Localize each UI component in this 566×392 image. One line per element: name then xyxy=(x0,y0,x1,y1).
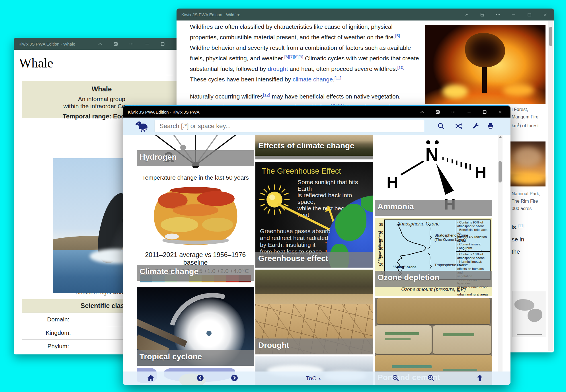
popout-button[interactable] xyxy=(430,106,446,118)
toc-button[interactable]: ToC ▲ xyxy=(306,375,321,382)
text-fragment: se in xyxy=(512,236,524,243)
tile-label-strip xyxy=(255,156,373,159)
zoom-out-button[interactable] xyxy=(392,374,399,383)
tile-label: Ozone depletion xyxy=(375,271,492,287)
more-button[interactable] xyxy=(490,9,506,20)
popout-button[interactable] xyxy=(475,9,490,20)
bottom-bar: ToC ▲ xyxy=(123,372,510,385)
scrollbar-thumb[interactable] xyxy=(499,161,502,182)
scroll-top-button[interactable] xyxy=(476,374,484,383)
reference-link[interactable]: [6][7][8][9] xyxy=(284,54,303,59)
ellipsis-icon xyxy=(451,110,456,114)
scroll-up-arrow[interactable] xyxy=(499,136,502,138)
search-button[interactable] xyxy=(437,122,445,131)
tile-ozone[interactable]: Atmospheric Ozone Stratospheric Ozone (T… xyxy=(375,218,492,296)
ellipsis-icon xyxy=(129,42,134,46)
close-button[interactable] xyxy=(493,106,508,118)
smoke-blob xyxy=(513,147,542,167)
home-button[interactable] xyxy=(147,374,155,383)
reference-link[interactable]: [10] xyxy=(397,65,404,70)
home-icon xyxy=(147,374,155,382)
popout-button[interactable] xyxy=(108,38,124,50)
random-article-button[interactable] xyxy=(455,122,462,131)
close-button[interactable] xyxy=(537,9,553,20)
cement-bag xyxy=(377,298,490,324)
back-arrow-icon xyxy=(196,374,204,382)
maximize-button[interactable] xyxy=(477,106,493,118)
reference-link[interactable]: [12] xyxy=(263,93,270,97)
minimize-icon xyxy=(145,42,149,46)
window-title: Kiwix JS PWA Edition - Whale xyxy=(19,42,75,46)
settings-button[interactable] xyxy=(472,122,480,131)
close-button[interactable] xyxy=(171,38,177,50)
tile-label: Tropical cyclone xyxy=(137,350,254,366)
y-tick: 25 xyxy=(377,238,383,243)
forward-arrow-icon xyxy=(231,374,238,382)
tile-tropical-cyclone[interactable]: Tropical cyclone xyxy=(137,287,254,366)
forward-button[interactable] xyxy=(231,374,238,383)
back-button[interactable] xyxy=(196,374,204,383)
chevron-up-icon xyxy=(464,12,469,17)
titlebar[interactable]: Kiwix JS PWA Edition - Kiwix JS PWA xyxy=(123,106,510,118)
window-title: Kiwix JS PWA Edition - Kiwix JS PWA xyxy=(128,110,199,114)
maximize-icon xyxy=(160,42,165,46)
titlebar[interactable]: Kiwix JS PWA Edition - Whale xyxy=(14,38,177,50)
popout-icon xyxy=(480,12,485,17)
svg-text:H: H xyxy=(475,163,486,181)
map-caption-line xyxy=(517,334,542,335)
tile-label: Greenhouse effect xyxy=(255,252,373,268)
smog-label: "Smog" ozone xyxy=(393,265,417,269)
y-tick: 30 xyxy=(377,230,383,235)
collapse-button[interactable] xyxy=(92,38,108,50)
ellipsis-icon xyxy=(496,12,501,17)
y-tick: 15 xyxy=(377,254,383,258)
kiwix-logo[interactable] xyxy=(136,120,149,132)
photo-caption-fragment: l Forest, Mangum Fire km2) of forest. xyxy=(512,106,540,130)
tile-label: Drought xyxy=(255,338,373,354)
caret-up-icon: ▲ xyxy=(318,377,321,380)
window-controls xyxy=(92,38,177,50)
hurricane-eye xyxy=(206,331,212,336)
tree-crown xyxy=(465,33,505,67)
map-thumbnail[interactable] xyxy=(512,291,546,337)
more-button[interactable] xyxy=(446,106,461,118)
reference-link[interactable]: [11] xyxy=(335,75,341,80)
tile-drought[interactable]: Drought xyxy=(255,270,373,354)
more-button[interactable] xyxy=(124,38,139,50)
tile-climate-change[interactable]: Temperature change in the last 50 years … xyxy=(137,171,254,285)
reference-link[interactable]: [5] xyxy=(395,33,400,38)
heading-underline xyxy=(19,75,173,75)
strato-info: · Contains 90% of atmospheric ozone · Be… xyxy=(456,220,490,252)
maximize-button[interactable] xyxy=(155,38,171,50)
reference-link[interactable]: [11] xyxy=(518,223,524,228)
search-input[interactable] xyxy=(155,120,424,132)
tile-greenhouse[interactable]: The Greenhouse Effect Some sunlight that… xyxy=(255,162,373,268)
minimize-icon xyxy=(467,110,471,114)
zoom-in-button[interactable] xyxy=(427,374,435,383)
up-arrow-icon xyxy=(476,374,484,382)
wildfire-photo-2[interactable] xyxy=(510,141,546,186)
titlebar[interactable]: Kiwix JS PWA Edition - Wildfire xyxy=(177,9,554,20)
wildfire-photo-1[interactable] xyxy=(425,25,546,104)
tile-ammonia[interactable]: N H H H Ammonia xyxy=(375,135,492,216)
drought-link[interactable]: drought xyxy=(268,65,288,72)
minimize-button[interactable] xyxy=(461,106,477,118)
print-button[interactable] xyxy=(487,122,494,131)
tile-hydrogen[interactable]: a Hydrogen xyxy=(137,135,254,168)
paragraph-1: Wildfires are often classified by charac… xyxy=(190,21,421,85)
maximize-button[interactable] xyxy=(522,9,537,20)
collapse-button[interactable] xyxy=(414,106,430,118)
climate-change-link[interactable]: climate change xyxy=(293,76,333,83)
window-title: Kiwix JS PWA Edition - Wildfire xyxy=(181,12,240,17)
plot-title: Atmospheric Ozone xyxy=(397,221,439,227)
scrollbar[interactable] xyxy=(498,135,503,372)
scrollbar-thumb[interactable] xyxy=(549,27,552,46)
scrollbar[interactable] xyxy=(548,21,553,351)
tile-effects-climate[interactable]: Effects of climate change xyxy=(255,135,373,159)
text-fragment: ls.[11] xyxy=(512,224,524,231)
scale-fahrenheit: −1.8−0.9−0.4+0.4+0.9+1.8+3.6+7.2°F xyxy=(137,282,254,285)
collapse-button[interactable] xyxy=(459,9,475,20)
minimize-button[interactable] xyxy=(506,9,522,20)
minimize-button[interactable] xyxy=(139,38,155,50)
map-subtitle: 2011–2021 average vs 1956–1976 baseline xyxy=(137,251,254,266)
